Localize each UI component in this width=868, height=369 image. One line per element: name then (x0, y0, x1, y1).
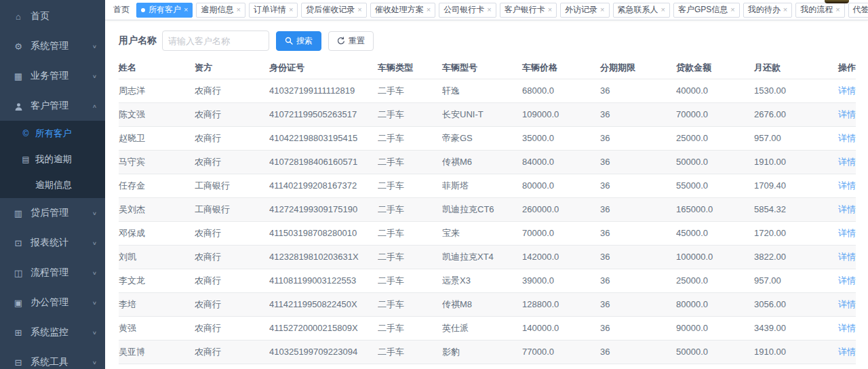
tab-collection-plan[interactable]: 催收处理方案× (370, 3, 435, 18)
sidebar-item-home[interactable]: ⌂首页 (0, 1, 105, 31)
sidebar-item-report-stats[interactable]: ⊡报表统计∨ (0, 228, 105, 258)
sidebar-item-system-monitor[interactable]: ⊞系统监控∨ (0, 317, 105, 347)
tab-postloan-collection-records[interactable]: 贷后催收记录× (301, 3, 366, 18)
chevron-down-icon: ∨ (92, 43, 97, 49)
sidebar-item-overdue-info[interactable]: 逾期信息 (0, 172, 105, 198)
cell-name: 王某某 (119, 364, 195, 369)
chevron-down-icon: ∨ (92, 360, 97, 365)
sidebar-item-process-mgmt[interactable]: ◫流程管理∨ (0, 258, 105, 288)
cell-vehicle-price: 68000.0 (522, 79, 600, 102)
cell-funder: 农商行 (195, 269, 269, 292)
sidebar-item-office-mgmt[interactable]: ▣办公管理∨ (0, 288, 105, 317)
avatar-partial[interactable] (825, 0, 849, 3)
customers-table: 姓名资方身份证号车辆类型车辆型号车辆价格分期期限贷款金额月还款操作 周志洋农商行… (119, 58, 856, 369)
tab-order-detail[interactable]: 订单详情× (249, 3, 298, 18)
sidebar-item-system-mgmt[interactable]: ⚙系统管理∨ (0, 31, 105, 61)
sidebar-item-label: 业务管理 (31, 70, 92, 82)
tab-visit-records[interactable]: 外访记录× (560, 3, 609, 18)
close-icon[interactable]: × (835, 6, 840, 14)
detail-link[interactable]: 详情 (838, 204, 856, 214)
close-icon[interactable]: × (548, 6, 552, 14)
sidebar-item-label: 贷后管理 (31, 207, 92, 219)
detail-link[interactable]: 详情 (838, 157, 856, 167)
column-header: 资方 (195, 58, 269, 79)
cell-vehicle-type: 二手车 (378, 79, 442, 102)
tab-customer-gps-info[interactable]: 客户GPS信息× (673, 3, 740, 18)
close-icon[interactable]: × (357, 6, 361, 14)
refresh-icon (337, 37, 345, 45)
cell-loan-amount: 45000.0 (676, 221, 754, 245)
cell-monthly-payment: 1720.00 (754, 221, 822, 245)
close-icon[interactable]: × (600, 6, 604, 14)
detail-link[interactable]: 详情 (838, 228, 856, 238)
tab-all-customers[interactable]: 所有客户× (136, 3, 193, 18)
tab-overdue-info[interactable]: 逾期信息× (196, 3, 245, 18)
header-row: 姓名资方身份证号车辆类型车辆型号车辆价格分期期限贷款金额月还款操作 (119, 58, 856, 79)
column-header: 身份证号 (269, 58, 378, 79)
detail-link[interactable]: 详情 (838, 109, 856, 119)
cell-id-number: 411081199003122553 (269, 269, 378, 292)
cell-term: 36 (600, 102, 676, 126)
detail-link[interactable]: 详情 (838, 275, 856, 286)
cell-monthly-payment: 2676.00 (754, 102, 822, 126)
close-icon[interactable]: × (289, 6, 293, 14)
sidebar-item-all-customers[interactable]: ©所有客户 (0, 121, 105, 147)
sidebar-item-system-tools[interactable]: ⊟系统工具∨ (0, 347, 105, 369)
cell-action: 详情 (822, 269, 856, 292)
tab-label: 外访记录 (565, 4, 597, 16)
cell-funder: 工商银行 (195, 174, 269, 197)
tab-my-todo[interactable]: 我的待办× (743, 3, 792, 18)
column-header: 车辆价格 (522, 58, 600, 79)
table-row: 赵晓卫农商行410422198803195415二手车帝豪GS35000.036… (119, 126, 856, 150)
detail-link[interactable]: 详情 (838, 252, 856, 262)
close-icon[interactable]: × (487, 6, 491, 14)
cell-vehicle-model: 影豹 (442, 340, 522, 364)
sidebar-item-postloan-mgmt[interactable]: ▥贷后管理∨ (0, 198, 105, 228)
tab-sign-tasks[interactable]: 代签任务× (848, 3, 868, 18)
customer-name-input[interactable] (162, 31, 269, 51)
close-icon[interactable]: × (427, 6, 431, 14)
close-icon[interactable]: × (661, 6, 665, 14)
cell-term: 36 (600, 340, 676, 364)
sidebar-item-my-overdue[interactable]: ▤我的逾期 (0, 147, 105, 172)
cell-vehicle-type: 二手车 (378, 364, 442, 369)
tab-home[interactable]: 首页 (111, 4, 132, 16)
cell-funder: 工商银行 (195, 197, 269, 221)
tab-my-process[interactable]: 我的流程× (795, 3, 844, 18)
sidebar-item-label: 所有客户 (35, 128, 72, 140)
cell-id-number: 410325199709223094 (269, 340, 378, 364)
column-header: 车辆型号 (442, 58, 522, 79)
cell-action: 详情 (822, 79, 856, 102)
search-button[interactable]: 搜索 (276, 31, 321, 51)
tab-customer-bank-card[interactable]: 客户银行卡× (500, 3, 557, 18)
close-icon[interactable]: × (236, 6, 240, 14)
office-icon: ▣ (12, 298, 24, 308)
grid-icon: ▦ (12, 71, 24, 81)
sidebar-item-customer-mgmt[interactable]: 客户管理∧ (0, 91, 105, 121)
close-icon[interactable]: × (783, 6, 787, 14)
sidebar-item-business-mgmt[interactable]: ▦业务管理∨ (0, 61, 105, 91)
cell-monthly-payment: 3822.00 (754, 245, 822, 269)
chevron-up-icon: ∧ (92, 103, 97, 109)
cell-action: 详情 (822, 102, 856, 126)
detail-link[interactable]: 详情 (838, 133, 856, 143)
table-row: 周志洋农商行410327199111112819二手车轩逸68000.03640… (119, 79, 856, 102)
detail-link[interactable]: 详情 (838, 299, 856, 309)
detail-link[interactable]: 详情 (838, 180, 856, 191)
tab-company-bank-card[interactable]: 公司银行卡× (439, 3, 496, 18)
cell-action: 详情 (822, 197, 856, 221)
close-icon[interactable]: × (730, 6, 734, 14)
close-icon[interactable]: × (184, 6, 188, 14)
reset-button[interactable]: 重置 (328, 31, 374, 51)
detail-link[interactable]: 详情 (838, 347, 856, 357)
detail-link[interactable]: 详情 (838, 85, 856, 96)
search-icon (285, 37, 293, 45)
tab-emergency-contacts[interactable]: 紧急联系人× (613, 3, 670, 18)
cell-id-number: 411503198708280010 (269, 221, 378, 245)
tab-label: 订单详情 (254, 4, 286, 16)
cell-name: 邓保成 (119, 221, 195, 245)
detail-link[interactable]: 详情 (838, 323, 856, 333)
cell-name: 吴亚博 (119, 340, 195, 364)
cell-monthly-payment: 957.00 (754, 269, 822, 292)
cell-vehicle-model: 凯迪拉克XT4 (442, 245, 522, 269)
